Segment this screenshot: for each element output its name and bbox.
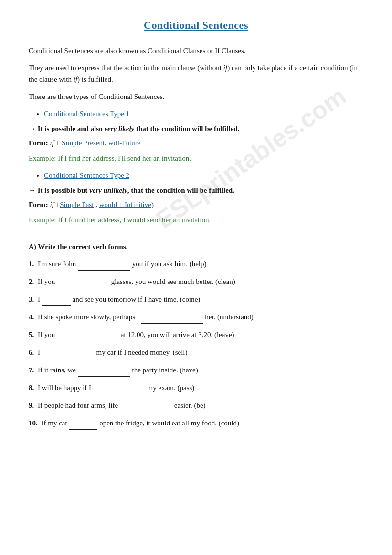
type2-would-infinitive-link[interactable]: would + Infinitive — [99, 201, 151, 208]
exercise-item-7: 7. If it rains, we the party inside. (ha… — [29, 364, 363, 377]
blank-3[interactable] — [42, 299, 71, 306]
intro-paragraph-1: Conditional Sentences are also known as … — [29, 45, 363, 56]
blank-4[interactable] — [141, 317, 203, 324]
type1-simple-present-link[interactable]: Simple Present — [62, 139, 105, 147]
blank-6[interactable] — [42, 352, 95, 359]
exercise-item-10: 10. If my cat open the fridge, it would … — [29, 417, 363, 430]
type2-statement: → It is possible but very unlikely, that… — [29, 185, 363, 196]
type2-bullet-list: Conditional Sentences Type 2 — [44, 172, 363, 180]
if-italic-2: if — [74, 76, 77, 83]
type2-form: Form: if +Simple Past , would + Infiniti… — [29, 199, 363, 210]
exercise-item-1: 1. I'm sure John you if you ask him. (he… — [29, 258, 363, 271]
page-title: Conditional Sentences — [29, 19, 363, 32]
blank-10[interactable] — [69, 423, 97, 430]
blank-5[interactable] — [57, 335, 119, 341]
exercise-item-8: 8. I will be happy if I my exam. (pass) — [29, 381, 363, 394]
type1-statement: → It is possible and also very likely th… — [29, 123, 363, 134]
intro-paragraph-3: There are three types of Conditional Sen… — [29, 91, 363, 102]
exercise-item-6: 6. I my car if I needed money. (sell) — [29, 346, 363, 359]
type1-link[interactable]: Conditional Sentences Type 1 — [44, 110, 129, 118]
type1-bullet-list: Conditional Sentences Type 1 — [44, 110, 363, 118]
type2-link[interactable]: Conditional Sentences Type 2 — [44, 172, 129, 179]
exercise-item-3: 3. I and see you tomorrow if I have time… — [29, 293, 363, 306]
type1-list-item: Conditional Sentences Type 1 — [44, 110, 363, 118]
exercise-title: A) Write the correct verb forms. — [29, 243, 363, 251]
blank-8[interactable] — [93, 388, 146, 394]
blank-2[interactable] — [57, 282, 109, 288]
type1-form: Form: if + Simple Present, will-Future — [29, 137, 363, 149]
exercise-item-9: 9. If people had four arms, life easier.… — [29, 399, 363, 412]
exercise-item-2: 2. If you glasses, you would see much be… — [29, 275, 363, 288]
intro-paragraph-2: They are used to express that the action… — [29, 62, 363, 85]
blank-7[interactable] — [78, 370, 130, 377]
exercises-section: A) Write the correct verb forms. 1. I'm … — [29, 243, 363, 430]
type1-example: Example: If I find her address, I'll sen… — [29, 152, 363, 164]
type1-will-future-link[interactable]: will-Future — [108, 139, 141, 147]
if-italic-1: if — [223, 64, 227, 72]
blank-1[interactable] — [78, 264, 130, 271]
type2-example: Example: If I found her address, I would… — [29, 214, 363, 226]
type2-list-item: Conditional Sentences Type 2 — [44, 172, 363, 180]
exercise-item-4: 4. If she spoke more slowly, perhaps I h… — [29, 311, 363, 324]
exercise-list: 1. I'm sure John you if you ask him. (he… — [29, 258, 363, 430]
type2-simple-past-link[interactable]: Simple Past — [60, 201, 94, 208]
blank-9[interactable] — [120, 405, 172, 412]
exercise-item-5: 5. If you at 12.00, you will arrive at 3… — [29, 328, 363, 341]
